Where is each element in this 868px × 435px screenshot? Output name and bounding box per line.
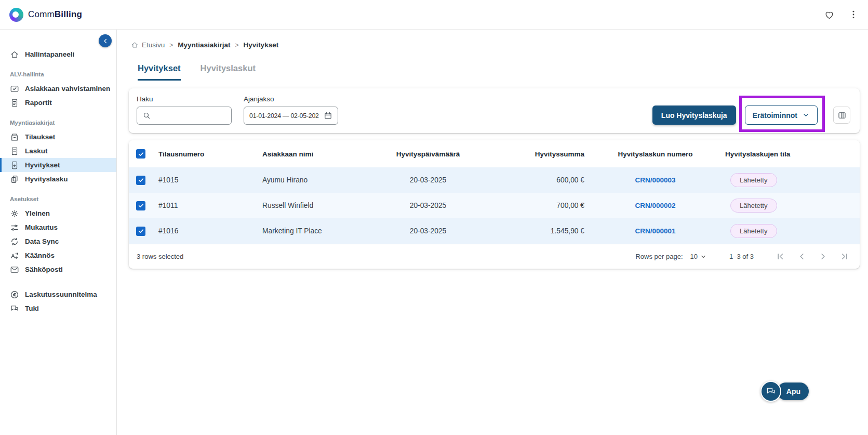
help-widget: Apu <box>760 381 809 402</box>
brand-logo[interactable]: CommBilling <box>9 8 82 22</box>
pagination-range: 1–3 of 3 <box>729 253 754 260</box>
sidebar-item-billing-plan[interactable]: Laskutussuunnitelma <box>0 287 116 301</box>
credit-note-link[interactable]: CRN/000001 <box>635 227 675 235</box>
header-credit-note-number: Hyvityslaskun numero <box>586 150 724 158</box>
table-row[interactable]: #1015 Ayumu Hirano 20-03-2025 600,00 € C… <box>129 167 860 193</box>
sidebar-item-email[interactable]: Sähköposti <box>0 262 116 276</box>
header-customer-name: Asiakkaan nimi <box>257 150 366 158</box>
tab-refunds[interactable]: Hyvitykset <box>138 63 181 81</box>
translate-icon <box>10 251 19 260</box>
sidebar-item-support[interactable]: Tuki <box>0 301 116 315</box>
kebab-icon <box>848 9 859 20</box>
chat-icon <box>766 386 776 397</box>
kebab-menu-button[interactable] <box>848 9 859 20</box>
column-settings-button[interactable] <box>833 107 850 124</box>
search-input[interactable] <box>155 112 226 120</box>
create-credit-notes-button[interactable]: Luo Hyvityslaskuja <box>652 106 736 125</box>
header-refund-amount: Hyvityssumma <box>490 150 586 158</box>
tab-credit-notes[interactable]: Hyvityslaskut <box>201 63 256 81</box>
pagination-controls <box>776 252 849 261</box>
sidebar: Hallintapaneeli ALV-hallinta Asiakkaan v… <box>0 30 117 435</box>
status-badge: Lähetetty <box>730 199 777 213</box>
help-chat-button[interactable] <box>760 381 781 402</box>
columns-icon <box>837 111 847 120</box>
sidebar-collapse-button[interactable] <box>99 34 112 47</box>
customer-name: Ayumu Hirano <box>257 176 366 184</box>
home-icon <box>10 50 19 59</box>
breadcrumb-separator: > <box>169 42 173 49</box>
refund-date: 20-03-2025 <box>366 176 490 184</box>
date-range-field: Ajanjakso <box>244 95 338 125</box>
tune-icon <box>10 223 19 232</box>
order-number: #1016 <box>153 227 257 235</box>
header-credit-note-status: Hyvityslaskujen tila <box>724 150 860 158</box>
gear-icon <box>10 209 19 218</box>
sidebar-item-credit-note[interactable]: Hyvityslasku <box>0 172 116 186</box>
row-checkbox[interactable] <box>136 201 145 210</box>
row-checkbox[interactable] <box>136 227 145 236</box>
sidebar-item-translation[interactable]: Käännös <box>0 248 116 262</box>
next-page-button[interactable] <box>818 252 828 261</box>
filter-bar: Haku Ajanjakso Luo Hyvityslaskuja Erätoi… <box>129 88 860 133</box>
receipt-icon <box>10 147 19 156</box>
sidebar-section-sales-docs: Myyntiasiakirjat <box>0 120 116 126</box>
chevron-right-icon <box>818 252 828 261</box>
sidebar-item-reports[interactable]: Raportit <box>0 96 116 110</box>
chevron-left-icon <box>102 37 109 45</box>
topbar: CommBilling <box>0 0 868 30</box>
table-header-row: Tilausnumero Asiakkaan nimi Hyvityspäivä… <box>129 140 860 167</box>
last-page-button[interactable] <box>839 252 849 261</box>
search-icon <box>142 111 151 120</box>
status-badge: Lähetetty <box>730 173 777 187</box>
last-page-icon <box>839 252 849 261</box>
rows-selected-label: 3 rows selected <box>137 253 183 260</box>
sidebar-item-customer-validation[interactable]: Asiakkaan vahvistaminen <box>0 82 116 96</box>
credit-note-link[interactable]: CRN/000002 <box>635 202 675 209</box>
status-badge: Lähetetty <box>730 224 777 238</box>
chevron-left-icon <box>797 252 807 261</box>
mail-icon <box>10 265 19 274</box>
select-all-checkbox[interactable] <box>136 149 145 159</box>
copy-doc-icon <box>10 175 19 184</box>
favorites-button[interactable] <box>824 9 835 20</box>
row-checkbox[interactable] <box>136 176 145 185</box>
rows-per-page-select[interactable]: 10 <box>690 253 706 260</box>
sidebar-item-refunds[interactable]: Hyvitykset <box>0 158 116 172</box>
order-number: #1011 <box>153 202 257 209</box>
tab-bar: Hyvitykset Hyvityslaskut <box>138 63 860 81</box>
first-page-icon <box>776 252 785 261</box>
table-row[interactable]: #1016 Marketing IT Place 20-03-2025 1.54… <box>129 218 860 244</box>
chevron-down-icon <box>802 111 810 119</box>
breadcrumb-separator: > <box>235 42 239 49</box>
order-number: #1015 <box>153 176 257 184</box>
sidebar-item-data-sync[interactable]: Data Sync <box>0 234 116 248</box>
sidebar-item-dashboard[interactable]: Hallintapaneeli <box>0 47 116 61</box>
first-page-button[interactable] <box>776 252 785 261</box>
sidebar-item-orders[interactable]: Tilaukset <box>0 130 116 144</box>
heart-icon <box>824 9 835 20</box>
chevron-down-icon <box>700 254 706 260</box>
sidebar-item-customization[interactable]: Mukautus <box>0 220 116 234</box>
support-chat-icon <box>10 304 19 313</box>
breadcrumb: Etusivu > Myyntiasiakirjat > Hyvitykset <box>129 41 860 49</box>
refund-amount: 600,00 € <box>490 176 586 184</box>
header-order-number: Tilausnumero <box>153 150 257 158</box>
euro-icon <box>10 290 19 299</box>
prev-page-button[interactable] <box>797 252 807 261</box>
refund-icon <box>10 161 19 170</box>
breadcrumb-sales-docs[interactable]: Myyntiasiakirjat <box>178 41 230 49</box>
refund-amount: 700,00 € <box>490 202 586 209</box>
date-range-label: Ajanjakso <box>244 95 338 103</box>
bulk-actions-button[interactable]: Erätoiminnot <box>745 106 818 125</box>
credit-note-link[interactable]: CRN/000003 <box>635 176 675 184</box>
calendar-icon[interactable] <box>324 111 332 120</box>
table-row[interactable]: #1011 Russell Winfield 20-03-2025 700,00… <box>129 193 860 218</box>
customer-name: Marketing IT Place <box>257 227 366 235</box>
breadcrumb-home[interactable]: Etusivu <box>131 41 165 49</box>
sidebar-item-general[interactable]: Yleinen <box>0 206 116 220</box>
sync-icon <box>10 237 19 246</box>
date-range-input[interactable] <box>249 112 320 120</box>
card-check-icon <box>10 84 19 94</box>
help-button[interactable]: Apu <box>777 383 809 400</box>
sidebar-item-invoices[interactable]: Laskut <box>0 144 116 158</box>
